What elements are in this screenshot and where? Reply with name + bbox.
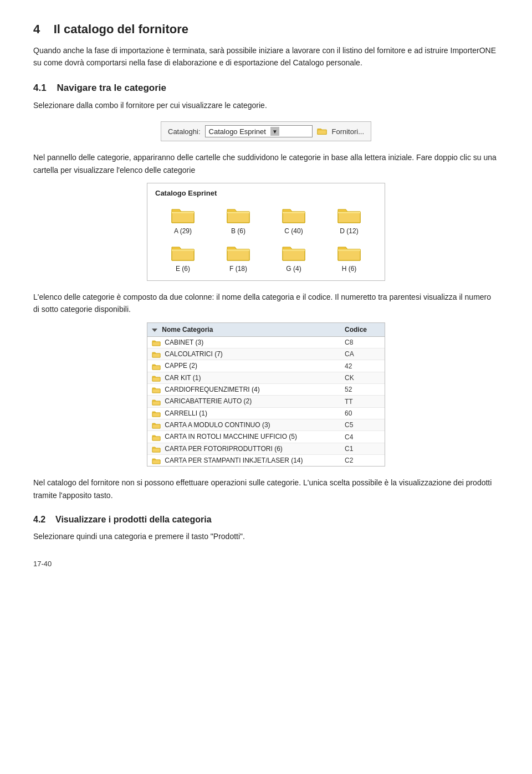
folder-grid: A (29) B (6) C (40) D (12) E (6) — [153, 203, 379, 275]
folder-panel: Catalogo Esprinet A (29) B (6) C (40) D … — [147, 183, 385, 281]
folder-icon — [337, 243, 361, 263]
folder-icon — [171, 205, 195, 225]
category-name-cell: CARRELLI (1) — [147, 407, 340, 419]
table-row[interactable]: CARRELLI (1) 60 — [147, 407, 385, 419]
table-row[interactable]: CARDIOFREQUENZIMETRI (4) 52 — [147, 384, 385, 396]
intro-paragraph: Quando anche la fase di importazione è t… — [33, 44, 499, 69]
category-name-cell: CARDIOFREQUENZIMETRI (4) — [147, 384, 340, 396]
table-row[interactable]: CARTA PER STAMPANTI INKJET/LASER (14) C2 — [147, 455, 385, 467]
category-name: CAPPE (2) — [165, 362, 197, 370]
table-row[interactable]: CAPPE (2) 42 — [147, 360, 385, 372]
category-name: CARDIOFREQUENZIMETRI (4) — [165, 386, 259, 393]
category-code-cell: 60 — [340, 407, 385, 419]
folder-item[interactable]: G (4) — [268, 243, 319, 273]
row-folder-icon — [152, 363, 161, 370]
folder-item[interactable]: E (6) — [157, 243, 208, 273]
category-code-cell: C2 — [340, 455, 385, 467]
table-row[interactable]: CARTA IN ROTOLI MACCHINE UFFICIO (5) C4 — [147, 431, 385, 443]
folder-item[interactable]: H (6) — [324, 243, 375, 273]
category-code-cell: C5 — [340, 419, 385, 431]
row-folder-icon — [152, 375, 161, 382]
category-code-cell: CK — [340, 372, 385, 383]
category-name-cell: CAPPE (2) — [147, 360, 340, 372]
folder-item[interactable]: C (40) — [268, 205, 319, 235]
category-name-cell: CARTA IN ROTOLI MACCHINE UFFICIO (5) — [147, 431, 340, 443]
category-name-cell: CAR KIT (1) — [147, 372, 340, 383]
category-name: CARRELLI (1) — [165, 409, 207, 417]
category-name: CARTA PER STAMPANTI INKJET/LASER (14) — [165, 457, 303, 464]
table-row[interactable]: CARTA A MODULO CONTINUO (3) C5 — [147, 419, 385, 431]
category-name-cell: CARTA PER FOTORIPRODUTTORI (6) — [147, 443, 340, 454]
table-row[interactable]: CARICABATTERIE AUTO (2) TT — [147, 396, 385, 407]
col2-label: Codice — [345, 326, 367, 334]
combo-value: Catalogo Esprinet — [209, 127, 266, 136]
category-code: C8 — [345, 339, 353, 346]
category-code: CK — [345, 374, 354, 382]
section-number: 4.1 — [33, 83, 47, 93]
category-code-cell: CA — [340, 348, 385, 360]
category-name: CARTA IN ROTOLI MACCHINE UFFICIO (5) — [165, 433, 297, 440]
category-code-cell: 52 — [340, 384, 385, 396]
section-4-1-para4: Nel catalogo del fornitore non si posson… — [33, 476, 499, 501]
row-folder-icon — [152, 351, 161, 358]
row-folder-icon — [152, 410, 161, 417]
folder-item[interactable]: B (6) — [213, 205, 264, 235]
table-row[interactable]: CAR KIT (1) CK — [147, 372, 385, 383]
folder-label: A (29) — [174, 227, 192, 235]
folder-label: D (12) — [340, 227, 358, 235]
folder-label: F (18) — [229, 265, 247, 273]
folder-label: B (6) — [231, 227, 245, 235]
combo-select[interactable]: Catalogo Esprinet ▼ — [205, 125, 313, 137]
section-4-2-para1: Selezionare quindi una categoria e preme… — [33, 530, 499, 542]
category-name-cell: CALCOLATRICI (7) — [147, 348, 340, 360]
category-code-cell: C4 — [340, 431, 385, 443]
dropdown-arrow-icon[interactable]: ▼ — [270, 127, 279, 136]
category-code: 52 — [345, 386, 352, 393]
row-folder-icon — [152, 457, 161, 464]
category-name: CALCOLATRICI (7) — [165, 350, 222, 358]
folder-label: G (4) — [286, 265, 301, 273]
folder-item[interactable]: F (18) — [213, 243, 264, 273]
row-folder-icon — [152, 445, 161, 453]
category-code: C1 — [345, 445, 353, 453]
category-name: CARTA PER FOTORIPRODUTTORI (6) — [165, 445, 282, 453]
row-folder-icon — [152, 398, 161, 406]
category-code-cell: C8 — [340, 336, 385, 348]
folder-icon — [226, 243, 250, 263]
row-folder-icon — [152, 422, 161, 429]
category-code-cell: C1 — [340, 443, 385, 454]
category-name-cell: CARTA A MODULO CONTINUO (3) — [147, 419, 340, 431]
sort-arrow-icon — [152, 329, 157, 332]
category-code: C4 — [345, 433, 353, 441]
category-name: CABINET (3) — [165, 339, 203, 346]
section-4-1-para1: Selezionare dalla combo il fornitore per… — [33, 99, 499, 111]
table-row[interactable]: CALCOLATRICI (7) CA — [147, 348, 385, 360]
folder-item[interactable]: A (29) — [157, 205, 208, 235]
page-number: 17-40 — [33, 560, 499, 568]
folder-label: E (6) — [176, 265, 190, 273]
section-4-2-number: 4.2 — [33, 515, 45, 524]
category-code: CA — [345, 350, 354, 358]
category-name-cell: CARTA PER STAMPANTI INKJET/LASER (14) — [147, 455, 340, 467]
folder-item[interactable]: D (12) — [324, 205, 375, 235]
section-4-2-title-text: Visualizzare i prodotti della categoria — [55, 515, 212, 524]
chapter-title-text: Il catalogo del fornitore — [54, 22, 188, 36]
table-row[interactable]: CARTA PER FOTORIPRODUTTORI (6) C1 — [147, 443, 385, 454]
col-header-name: Nome Categoria — [147, 323, 340, 337]
row-folder-icon — [152, 339, 161, 346]
fornitori-button[interactable]: Fornitori... — [331, 127, 364, 136]
chapter-number: 4 — [33, 22, 40, 36]
section-4-1-para3: L'elenco delle categorie è composto da d… — [33, 291, 499, 316]
category-code: 42 — [345, 362, 352, 370]
section-4-1-title: 4.1 Navigare tra le categorie — [33, 83, 499, 94]
folder-icon — [282, 205, 306, 225]
col1-label: Nome Categoria — [162, 326, 213, 334]
table-row[interactable]: CABINET (3) C8 — [147, 336, 385, 348]
category-code: C2 — [345, 457, 353, 464]
category-name: CARTA A MODULO CONTINUO (3) — [165, 421, 270, 429]
folder-icon — [337, 205, 361, 225]
category-table: Nome Categoria Codice CABINET (3) C8 — [147, 323, 385, 467]
category-code-cell: 42 — [340, 360, 385, 372]
folder-icon — [317, 126, 327, 136]
col-header-code: Codice — [340, 323, 385, 337]
